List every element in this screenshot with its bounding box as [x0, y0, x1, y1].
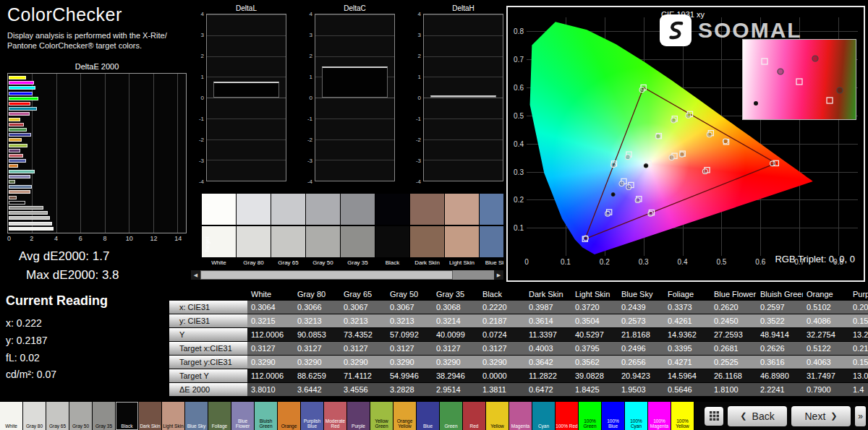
deltae-bar-orange-yellow — [9, 138, 22, 142]
toolbar-swatch-label: Blue Flower — [231, 419, 254, 429]
col-header-bluish-green: Bluish Green — [757, 288, 803, 301]
table-cell: 0.2525 — [710, 356, 757, 369]
toolbar-swatch-purple[interactable]: Purple — [347, 402, 370, 430]
mini-plot — [206, 14, 286, 181]
toolbar-swatch-white[interactable]: White — [0, 402, 23, 430]
toolbar-swatch-blue[interactable]: Blue — [417, 402, 440, 430]
inset-marker-square — [796, 79, 802, 85]
mini-gridline — [207, 56, 286, 57]
table-cell: 3.6442 — [294, 383, 340, 397]
toolbar-swatch-orange-yellow[interactable]: Orange Yellow — [393, 402, 417, 430]
measured-marker-circle — [648, 211, 653, 216]
toolbar-swatch-foliage[interactable]: Foliage — [208, 402, 231, 430]
table-cell: 112.0006 — [247, 369, 294, 383]
table-cell: 21.8168 — [618, 328, 664, 342]
mini-y-labels: 43210-1-2-3-4 — [302, 14, 313, 181]
toolbar-swatch-100-yellow[interactable]: 100% Yellow — [671, 402, 694, 430]
measured-marker-circle — [635, 198, 640, 203]
toolbar-swatch-yellow[interactable]: Yellow — [486, 402, 509, 430]
scrollbar-track[interactable] — [200, 270, 494, 280]
mini-gridline — [315, 14, 394, 15]
table-cell: 11.2822 — [525, 369, 571, 383]
actual-swatch-gray-80 — [237, 194, 271, 225]
scroll-right-icon[interactable]: ▶ — [494, 270, 503, 280]
toolbar-swatch-magenta[interactable]: Magenta — [509, 402, 532, 430]
patch-strip-scrollbar[interactable]: ◀ ▶ — [191, 270, 503, 280]
patch-strip-rows: Actual Target WhiteGray 80Gray 65Gray 50… — [202, 194, 503, 268]
toolbar-swatch-bluish-green[interactable]: Bluish Green — [255, 402, 278, 430]
table-cell: 0.3064 — [247, 301, 294, 314]
toolbar-swatch-100-red[interactable]: 100% Red — [556, 402, 579, 430]
toolbar-swatch-100-green[interactable]: 100% Green — [579, 402, 602, 430]
cie-y-tick: 0.5 — [514, 111, 524, 119]
deltae-x-tick: 4 — [54, 235, 58, 242]
table-cell: 0.3127 — [386, 342, 433, 356]
table-cell: 0.3215 — [247, 314, 294, 328]
toolbar-swatch-yellow-green[interactable]: Yellow Green — [370, 402, 393, 430]
mini-y-tick: -3 — [302, 158, 312, 164]
toolbar-swatch-cyan[interactable]: Cyan — [532, 402, 556, 430]
grid-icon-button[interactable] — [705, 407, 723, 426]
mini-y-tick: 1 — [411, 74, 421, 80]
table-cell: 32.2754 — [803, 328, 849, 342]
table-cell: 0.3616 — [757, 356, 803, 369]
toolbar-swatch-gray-65[interactable]: Gray 65 — [46, 402, 69, 430]
deltae-bar-blue-flower — [9, 175, 30, 179]
mini-chart-deltac: DeltaC43210-1-2-3-4 — [302, 4, 395, 181]
row-label-y: Y — [169, 328, 247, 342]
toolbar-swatch-gray-50[interactable]: Gray 50 — [69, 402, 93, 430]
toolbar-swatch-100-blue[interactable]: 100% Blue — [602, 402, 625, 430]
mini-y-tick: 1 — [194, 74, 204, 80]
toolbar-swatch-orange[interactable]: Orange — [278, 402, 301, 430]
deltae-bar-orange — [9, 164, 18, 168]
measured-marker-circle — [655, 134, 660, 139]
more-button[interactable]: » — [855, 406, 866, 426]
toolbar-swatch-green[interactable]: Green — [440, 402, 463, 430]
actual-swatch-gray-50 — [306, 194, 340, 225]
toolbar-swatch-100-magenta[interactable]: 100% Magenta — [648, 402, 671, 430]
col-header-light-skin: Light Skin — [571, 288, 618, 301]
patch-strip-columns: WhiteGray 80Gray 65Gray 50Gray 35BlackDa… — [202, 194, 503, 268]
toolbar-swatch-red[interactable]: Red — [463, 402, 486, 430]
patch-column-light-skin: Light Skin — [445, 194, 479, 268]
patch-strip: Actual Target WhiteGray 80Gray 65Gray 50… — [191, 194, 503, 282]
toolbar-swatch-label: Gray 50 — [69, 424, 92, 429]
table-cell: 0.3290 — [433, 356, 479, 369]
scroll-left-icon[interactable]: ◀ — [191, 270, 200, 280]
toolbar-swatch-light-skin[interactable]: Light Skin — [162, 402, 185, 430]
toolbar-swatch-label: Moderate Red — [324, 419, 346, 429]
toolbar-swatch-gray-80[interactable]: Gray 80 — [23, 402, 46, 430]
deltae-bar-100-blue — [9, 92, 33, 95]
mini-y-tick: 3 — [194, 32, 204, 38]
table-cell: 3.8010 — [247, 383, 294, 397]
mini-gridline — [315, 56, 394, 57]
next-button[interactable]: Next ❯ — [791, 406, 851, 426]
patch-column-dark-skin: Dark Skin — [410, 194, 444, 268]
col-header-purplish-blue: Purplish Blue — [849, 288, 868, 301]
toolbar-swatch-purplish-blue[interactable]: Purplish Blue — [301, 402, 324, 430]
toolbar-swatch-gray-35[interactable]: Gray 35 — [93, 402, 116, 430]
mini-gridline — [207, 160, 286, 160]
actual-swatch-blue-sky — [480, 194, 503, 225]
table-cell: 3.2828 — [386, 383, 433, 397]
back-button[interactable]: ❮ Back — [728, 406, 787, 426]
mini-gridline — [424, 77, 503, 77]
cie-x-tick: 0.3 — [639, 258, 649, 266]
toolbar-swatch-dark-skin[interactable]: Dark Skin — [139, 402, 162, 430]
deltae-plot — [7, 73, 187, 233]
deltae-bar-cyan — [9, 107, 37, 111]
scrollbar-thumb[interactable] — [200, 270, 453, 280]
toolbar-swatch-label: Gray 65 — [46, 424, 69, 429]
measured-marker-circle — [723, 139, 728, 144]
toolbar-swatch-blue-sky[interactable]: Blue Sky — [185, 402, 208, 430]
toolbar-swatch-black[interactable]: Black — [116, 402, 139, 430]
page-title: ColorChecker — [7, 4, 195, 25]
more-button-label: » — [858, 411, 863, 421]
toolbar-swatch-100-cyan[interactable]: 100% Cyan — [625, 402, 648, 430]
table-cell: 31.7497 — [803, 369, 849, 383]
deltae-x-tick: 2 — [30, 235, 33, 242]
toolbar-swatch-blue-flower[interactable]: Blue Flower — [231, 402, 255, 430]
mini-gridline — [424, 119, 503, 119]
toolbar-swatch-moderate-red[interactable]: Moderate Red — [324, 402, 347, 430]
table-row-target-y: Target Y112.000688.625971.411254.994638.… — [169, 369, 868, 383]
